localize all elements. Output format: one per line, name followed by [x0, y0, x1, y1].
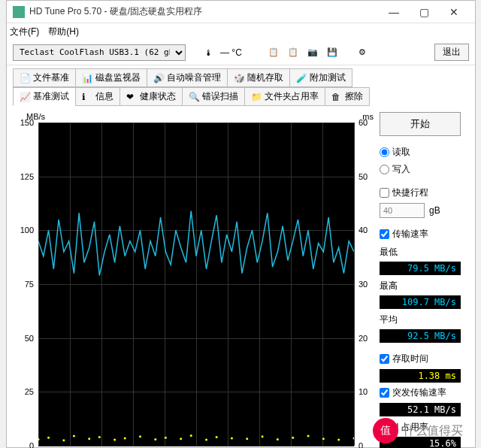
app-window: HD Tune Pro 5.70 - 硬盘/固态硬盘实用程序 — ▢ ✕ 文件(… [6, 0, 476, 448]
tab-icon: ❤ [126, 92, 137, 102]
sidebar: 开始 读取 写入 快捷行程 gB 传输速率 最低 79.5 MB/s 最高 10… [380, 112, 461, 448]
svg-point-1 [47, 437, 50, 439]
watermark-text: 什么值得买 [403, 423, 463, 439]
max-value: 109.7 MB/s [380, 295, 461, 309]
burst-rate-label: 突发传输速率 [392, 386, 446, 399]
tab2-3[interactable]: 🔍错误扫描 [182, 87, 245, 106]
content-area: MB/s ms 0255075100125150 0102030405060 0… [7, 106, 475, 448]
burst-rate-checkbox[interactable] [380, 388, 389, 398]
tab2-1[interactable]: ℹ信息 [75, 87, 120, 106]
access-time-label: 存取时间 [392, 353, 428, 365]
tab-icon: 📁 [251, 92, 262, 102]
svg-point-7 [124, 437, 126, 439]
tab-1[interactable]: 📊磁盘监视器 [75, 68, 147, 87]
short-stroke-checkbox[interactable] [380, 188, 389, 198]
svg-point-3 [73, 435, 75, 437]
svg-point-4 [88, 437, 90, 440]
close-button[interactable]: ✕ [439, 2, 469, 23]
tab-4[interactable]: 🧪附加测试 [289, 68, 352, 87]
range-input [380, 203, 425, 218]
tab-icon: 🔍 [189, 92, 199, 102]
min-label: 最低 [380, 244, 461, 259]
svg-point-0 [38, 438, 40, 440]
temperature-value: — °C [220, 47, 242, 58]
exit-button[interactable]: 退出 [434, 44, 469, 61]
svg-point-19 [292, 437, 294, 439]
tab-icon: 🎲 [234, 73, 244, 83]
svg-point-23 [353, 437, 355, 439]
svg-point-21 [322, 437, 325, 440]
screenshot-icon[interactable]: 📋 [286, 45, 301, 60]
tab2-0[interactable]: 📈基准测试 [13, 87, 76, 106]
svg-point-13 [205, 439, 207, 441]
burst-rate-value: 52.1 MB/s [380, 403, 461, 416]
svg-point-6 [113, 439, 116, 441]
tab-0[interactable]: 📄文件基准 [13, 68, 76, 87]
options-icon[interactable]: ⚙ [355, 45, 370, 60]
svg-point-5 [98, 436, 101, 438]
tab-3[interactable]: 🎲随机存取 [227, 68, 290, 87]
chart-canvas [38, 123, 354, 446]
device-select[interactable]: Teclast CoolFlash USB3.1 (62 gB) [13, 44, 186, 61]
tab2-4[interactable]: 📁文件夹占用率 [244, 87, 325, 106]
write-radio[interactable] [380, 165, 389, 174]
tab-icon: ℹ [82, 92, 92, 102]
svg-point-14 [216, 436, 218, 438]
read-radio[interactable] [380, 147, 389, 157]
right-axis-ticks: 0102030405060 [357, 123, 374, 446]
short-stroke-label: 快捷行程 [392, 186, 428, 199]
range-unit: gB [429, 205, 440, 216]
svg-point-16 [246, 437, 248, 440]
thermometer-icon: 🌡 [201, 45, 216, 60]
min-value: 79.5 MB/s [380, 262, 461, 275]
tab-icon: 🧪 [296, 73, 307, 83]
svg-point-9 [154, 438, 156, 440]
toolbar: Teclast CoolFlash USB3.1 (62 gB) 🌡 — °C … [7, 40, 475, 65]
minimize-button[interactable]: — [379, 2, 409, 23]
transfer-rate-checkbox[interactable] [380, 229, 389, 239]
read-label: 读取 [392, 146, 410, 159]
tab-container: 📄文件基准📊磁盘监视器🔊自动噪音管理🎲随机存取🧪附加测试 📈基准测试ℹ信息❤健康… [7, 65, 475, 106]
avg-label: 平均 [380, 312, 461, 326]
app-icon [13, 6, 25, 18]
y-axis-ticks: 0255075100125150 [13, 123, 35, 446]
tab2-5[interactable]: 🗑擦除 [325, 87, 370, 106]
tab-icon: 📈 [20, 92, 30, 102]
write-label: 写入 [392, 163, 410, 176]
chart-area: MB/s ms 0255075100125150 0102030405060 0… [13, 112, 374, 448]
camera-icon[interactable]: 📷 [305, 45, 320, 60]
avg-value: 92.5 MB/s [380, 329, 461, 343]
menubar: 文件(F) 帮助(H) [7, 23, 475, 40]
watermark: 值 什么值得买 [373, 418, 463, 443]
svg-point-22 [337, 439, 340, 441]
tab-icon: 📊 [82, 73, 92, 83]
svg-point-20 [307, 435, 310, 437]
svg-point-18 [277, 438, 279, 440]
window-title: HD Tune Pro 5.70 - 硬盘/固态硬盘实用程序 [29, 5, 379, 18]
svg-point-11 [180, 437, 182, 440]
max-label: 最高 [380, 278, 461, 292]
maximize-button[interactable]: ▢ [409, 2, 439, 23]
tab-icon: 🗑 [331, 92, 342, 102]
watermark-icon: 值 [373, 418, 398, 443]
copy-icon[interactable]: 📋 [266, 45, 281, 60]
tab-icon: 🔊 [153, 73, 164, 83]
svg-point-12 [190, 434, 192, 437]
svg-point-15 [231, 437, 233, 439]
svg-point-2 [62, 439, 65, 441]
svg-point-8 [139, 435, 141, 437]
access-time-value: 1.38 ms [380, 369, 461, 383]
svg-point-10 [165, 437, 167, 439]
tab-2[interactable]: 🔊自动噪音管理 [147, 68, 228, 87]
transfer-rate-label: 传输速率 [392, 228, 428, 241]
menu-help[interactable]: 帮助(H) [48, 26, 79, 38]
tab-icon: 📄 [20, 73, 30, 83]
tab2-2[interactable]: ❤健康状态 [119, 87, 183, 106]
access-time-checkbox[interactable] [380, 354, 389, 364]
start-button[interactable]: 开始 [380, 112, 461, 136]
titlebar: HD Tune Pro 5.70 - 硬盘/固态硬盘实用程序 — ▢ ✕ [7, 1, 475, 23]
svg-point-17 [262, 435, 264, 437]
menu-file[interactable]: 文件(F) [10, 26, 39, 38]
save-icon[interactable]: 💾 [325, 45, 340, 60]
